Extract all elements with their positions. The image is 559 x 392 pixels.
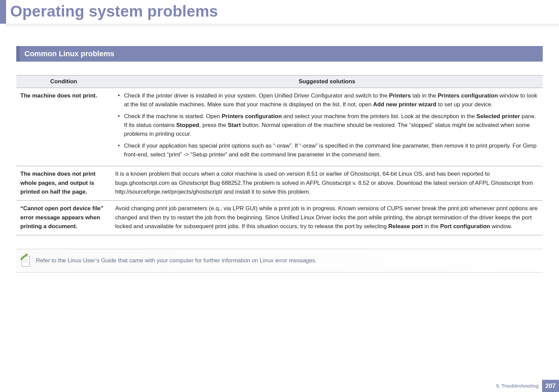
- header-shadow: [6, 24, 559, 30]
- condition-cell: The machine does not print.: [16, 88, 111, 166]
- section-heading-bar: Common Linux problems: [16, 46, 543, 62]
- condition-cell: The machine does not print whole pages, …: [16, 166, 111, 201]
- page-body: Common Linux problems Condition Suggeste…: [0, 30, 559, 273]
- table-row: The machine does not print. Check if the…: [16, 88, 543, 166]
- list-item: Check if the printer driver is installed…: [115, 91, 539, 109]
- note-icon: [20, 255, 30, 267]
- bullet-list: Check if the printer driver is installed…: [115, 91, 539, 159]
- page-header: Operating system problems: [0, 0, 559, 24]
- page-title: Operating system problems: [6, 0, 218, 24]
- condition-cell: “Cannot open port device file” error mes…: [16, 201, 111, 235]
- col-header-condition: Condition: [16, 75, 111, 88]
- table-row: “Cannot open port device file” error mes…: [16, 201, 543, 235]
- header-accent-tab: [0, 0, 6, 24]
- page-footer: 5. Troubleshooting 207: [496, 380, 559, 392]
- solution-cell: It is a known problem that occurs when a…: [111, 166, 543, 201]
- problems-table: Condition Suggested solutions The machin…: [16, 75, 543, 235]
- col-header-solutions: Suggested solutions: [111, 75, 543, 88]
- list-item: Check if the machine is started. Open Pr…: [115, 112, 539, 139]
- note-text: Refer to the Linux User’s Guide that cam…: [36, 257, 317, 264]
- section-accent-tab: [16, 46, 20, 62]
- section-title: Common Linux problems: [20, 46, 543, 62]
- list-item: Check if your application has special pr…: [115, 141, 539, 159]
- note-callout: Refer to the Linux User’s Guide that cam…: [16, 249, 543, 273]
- footer-page-number: 207: [542, 380, 559, 392]
- solution-cell: Avoid changing print job parameters (e.q…: [111, 201, 543, 235]
- table-row: The machine does not print whole pages, …: [16, 166, 543, 201]
- footer-chapter-label: 5. Troubleshooting: [496, 380, 542, 392]
- solution-cell: Check if the printer driver is installed…: [111, 88, 543, 166]
- table-header-row: Condition Suggested solutions: [16, 75, 543, 88]
